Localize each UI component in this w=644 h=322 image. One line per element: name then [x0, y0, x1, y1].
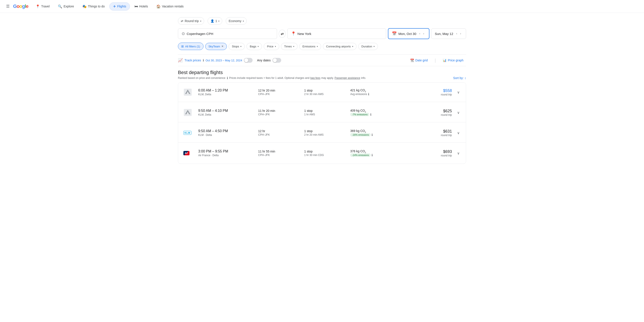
track-date-range: Oct 30, 2023 – May 12, 2024 — [206, 59, 242, 62]
expand-flight-3[interactable]: ∨ — [456, 130, 460, 136]
table-row[interactable]: 6:00 AM – 1:20 PM KLM, Delta 12 hr 20 mi… — [178, 83, 466, 102]
emissions-info-icon-4[interactable]: ℹ — [372, 153, 373, 157]
emissions-badge-4: -14% emissions — [350, 153, 371, 157]
times-label: Times — [284, 45, 292, 48]
cabin-class-selector[interactable]: Economy ▾ — [226, 17, 246, 25]
stops-filter[interactable]: Stops ▾ — [228, 43, 245, 50]
origin-input[interactable]: ⊙ Copenhagen CPH — [178, 29, 277, 39]
cabin-class-dropdown-icon: ▾ — [243, 20, 244, 22]
hamburger-menu[interactable]: ☰ — [4, 2, 11, 11]
search-controls: ⇄ Round trip ▾ 👤 1 ▾ Economy ▾ ⊙ Copenha… — [178, 17, 466, 50]
any-dates-label: Any dates — [257, 59, 270, 62]
klm-logo: KLM — [184, 131, 192, 135]
price-type-4: round trip — [410, 154, 452, 157]
sort-by-button[interactable]: Sort by: ↕ — [453, 76, 466, 80]
all-filters-button[interactable]: ⊞ All filters (1) — [178, 43, 204, 50]
round-trip-selector[interactable]: ⇄ Round trip ▾ — [178, 17, 204, 25]
any-dates-toggle[interactable] — [272, 58, 281, 63]
nav-tab-vacation-rentals[interactable]: 🏠 Vacation rentals — [152, 3, 187, 11]
track-prices-info-icon[interactable]: ℹ — [203, 59, 204, 62]
flight-price-2: $625 — [410, 109, 452, 113]
track-prices-toggle[interactable] — [244, 58, 252, 63]
nav-tab-flights[interactable]: ✈ Flights — [109, 3, 130, 11]
date-grid-button[interactable]: 📆 Date grid — [408, 57, 430, 63]
destination-value: New York — [298, 32, 311, 36]
table-row[interactable]: 9:50 AM – 4:10 PM KLM, Delta 11 hr 20 mi… — [178, 103, 466, 122]
swap-button[interactable]: ⇄ — [279, 30, 286, 38]
table-row[interactable]: KLM 9:50 AM – 4:50 PM KLM · Delta 12 hr … — [178, 123, 466, 143]
flight-price-1: $558 — [410, 89, 452, 93]
hotels-icon: 🛏 — [134, 4, 138, 8]
emissions-badge-2: -7% emissions — [350, 113, 369, 116]
times-filter[interactable]: Times ▾ — [281, 43, 298, 50]
divider: | — [435, 58, 436, 63]
emissions-info-icon-1[interactable]: ℹ — [368, 92, 369, 96]
things-to-do-icon: 🎭 — [82, 4, 87, 9]
flight-time-4: 3:00 PM – 9:55 PM — [198, 149, 254, 153]
flight-stops-1: 1 stop — [304, 89, 346, 92]
flight-results-table: 6:00 AM – 1:20 PM KLM, Delta 12 hr 20 mi… — [178, 82, 466, 164]
stops-label: Stops — [232, 45, 239, 48]
flight-emissions-col-3: 369 kg CO2 -16% emissions ℹ — [350, 129, 406, 137]
results-header: Best departing flights Ranked based on p… — [178, 70, 466, 80]
duration-filter[interactable]: Duration ▾ — [358, 43, 378, 50]
return-date-value: Sun, May 12 — [435, 32, 453, 36]
emissions-value-4: 376 kg CO2 — [350, 149, 406, 154]
table-row[interactable]: AF 3:00 PM – 9:55 PM Air France · Delta … — [178, 144, 466, 163]
connecting-airports-label: Connecting airports — [326, 45, 351, 48]
expand-flight-4[interactable]: ∨ — [456, 150, 460, 156]
flight-stop-detail-4: 1 hr 30 min CDG — [304, 154, 346, 157]
departure-date-prev[interactable]: ‹ — [418, 31, 422, 36]
emissions-label-4: -14% emissions ℹ — [350, 153, 406, 157]
emissions-value-3: 369 kg CO2 — [350, 129, 406, 133]
flight-route-1: CPH–JFK — [258, 93, 300, 96]
departure-calendar-icon: 📅 — [392, 31, 397, 36]
return-date-next[interactable]: › — [459, 31, 462, 36]
price-graph-button[interactable]: 📊 Price graph — [440, 57, 466, 63]
results-info-icon[interactable]: ℹ — [227, 76, 228, 80]
bags-filter[interactable]: Bags ▾ — [246, 43, 262, 50]
emissions-value-1: 421 kg CO2 — [350, 89, 406, 93]
flight-time-col-1: 6:00 AM – 1:20 PM KLM, Delta — [198, 89, 254, 96]
flight-price-3: $631 — [410, 129, 452, 134]
departure-date-input[interactable]: 📅 Mon, Oct 30 ‹ › — [388, 28, 430, 39]
flight-stops-2: 1 stop — [304, 109, 346, 113]
price-type-2: round trip — [410, 113, 452, 116]
emissions-info-icon-3[interactable]: ℹ — [372, 133, 373, 137]
nav-tab-hotels[interactable]: 🛏 Hotels — [131, 3, 152, 11]
trip-options: ⇄ Round trip ▾ 👤 1 ▾ Economy ▾ — [178, 17, 466, 25]
price-filter[interactable]: Price ▾ — [264, 43, 279, 50]
trip-type-dropdown-icon: ▾ — [200, 20, 201, 22]
departure-date-next[interactable]: › — [422, 31, 426, 36]
return-date-prev[interactable]: ‹ — [455, 31, 458, 36]
passenger-selector[interactable]: 👤 1 ▾ — [208, 17, 222, 25]
emissions-info-icon-2[interactable]: ℹ — [370, 113, 371, 116]
results-subtitle: Ranked based on price and convenience — [178, 77, 226, 80]
track-prices-trend-icon: 📈 — [178, 58, 183, 63]
connecting-airports-filter[interactable]: Connecting airports ▾ — [323, 43, 356, 50]
skyteam-remove-icon[interactable]: ✕ — [221, 45, 224, 48]
expand-flight-1[interactable]: ∨ — [456, 89, 460, 95]
date-grid-icon: 📆 — [410, 59, 414, 62]
nav-tab-things-to-do[interactable]: 🎭 Things to do — [78, 3, 108, 11]
date-grid-label: Date grid — [415, 59, 428, 62]
flight-stops-col-3: 1 stop 2 hr 20 min AMS — [304, 129, 346, 136]
return-date-input[interactable]: Sun, May 12 ‹ › — [431, 29, 466, 39]
airline-logo-1 — [184, 87, 194, 97]
nav-tab-travel[interactable]: 📍 Travel — [32, 3, 53, 11]
destination-input[interactable]: 📍 New York — [287, 29, 386, 39]
skyteam-filter[interactable]: SkyTeam ✕ — [205, 43, 227, 50]
travel-icon: 📍 — [36, 4, 40, 9]
expand-flight-2[interactable]: ∨ — [456, 110, 460, 116]
sort-by-label: Sort by: — [453, 76, 464, 80]
airline-name-3: KLM · Delta — [198, 133, 254, 137]
emissions-filter[interactable]: Emissions ▾ — [299, 43, 321, 50]
emissions-dropdown-icon: ▾ — [317, 45, 318, 48]
price-label: Price — [267, 45, 274, 48]
results-title: Best departing flights — [178, 70, 466, 75]
nav-tab-explore[interactable]: 🔍 Explore — [54, 3, 78, 11]
flight-stop-detail-3: 2 hr 20 min AMS — [304, 133, 346, 136]
flight-duration-col-1: 12 hr 20 min CPH–JFK — [258, 89, 300, 96]
price-graph-icon: 📊 — [443, 59, 446, 62]
flight-time-2: 9:50 AM – 4:10 PM — [198, 109, 254, 113]
